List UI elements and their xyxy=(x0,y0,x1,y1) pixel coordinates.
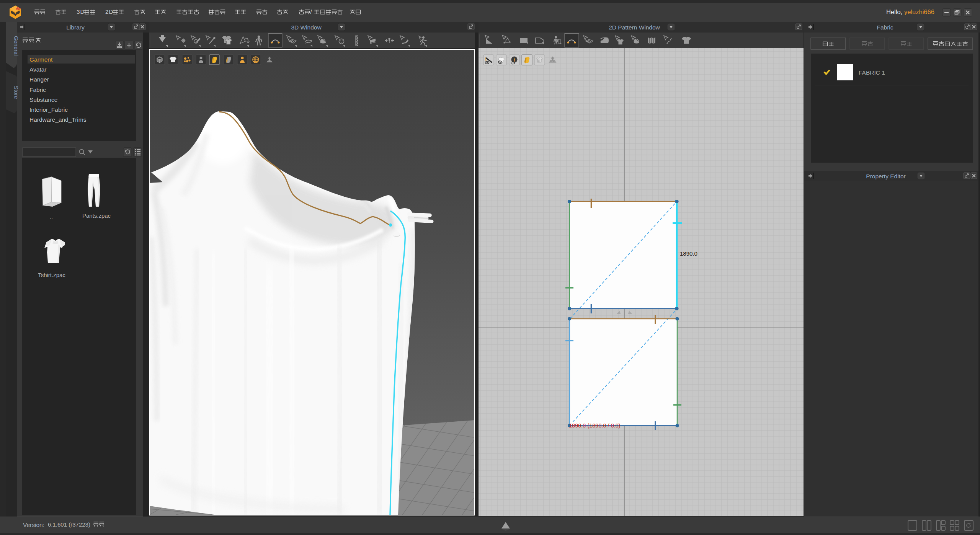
svg-text:6.1.601 (r37223): 6.1.601 (r37223) xyxy=(48,521,90,528)
svg-text:Store: Store xyxy=(13,86,19,99)
svg-text:..: .. xyxy=(50,213,53,220)
svg-text:2: 2 xyxy=(105,8,108,15)
svg-text:yeluzhi666: yeluzhi666 xyxy=(904,8,934,15)
svg-text:Version:: Version: xyxy=(23,522,44,528)
svg-text:Library: Library xyxy=(66,24,85,31)
svg-text:Hardware_and_Trims: Hardware_and_Trims xyxy=(29,116,87,123)
svg-text:Tshirt.zpac: Tshirt.zpac xyxy=(38,272,65,278)
svg-text:Garment: Garment xyxy=(29,56,53,63)
svg-text:General: General xyxy=(13,36,19,56)
svg-text:Fabric: Fabric xyxy=(29,86,46,93)
svg-text:Property Editor: Property Editor xyxy=(866,173,905,179)
svg-text:Avatar: Avatar xyxy=(29,66,47,73)
svg-text:Interior_Fabric: Interior_Fabric xyxy=(29,106,68,113)
svg-text:1890.0: 1890.0 xyxy=(680,250,697,257)
svg-text:2D Pattern Window: 2D Pattern Window xyxy=(609,24,660,31)
svg-text:1890.0 (1890.0 / 0.0): 1890.0 (1890.0 / 0.0) xyxy=(569,422,621,429)
svg-text:Fabric: Fabric xyxy=(877,24,893,31)
svg-text:FABRIC 1: FABRIC 1 xyxy=(859,69,885,76)
svg-text:Hanger: Hanger xyxy=(29,76,49,83)
svg-text:D: D xyxy=(109,8,113,15)
svg-text:Pants.zpac: Pants.zpac xyxy=(82,212,111,219)
svg-text:Substance: Substance xyxy=(29,96,57,103)
svg-text:3D Window: 3D Window xyxy=(291,24,322,31)
svg-text:D: D xyxy=(80,8,84,15)
svg-text:Hello,: Hello, xyxy=(886,8,902,15)
svg-text:3: 3 xyxy=(77,8,80,15)
